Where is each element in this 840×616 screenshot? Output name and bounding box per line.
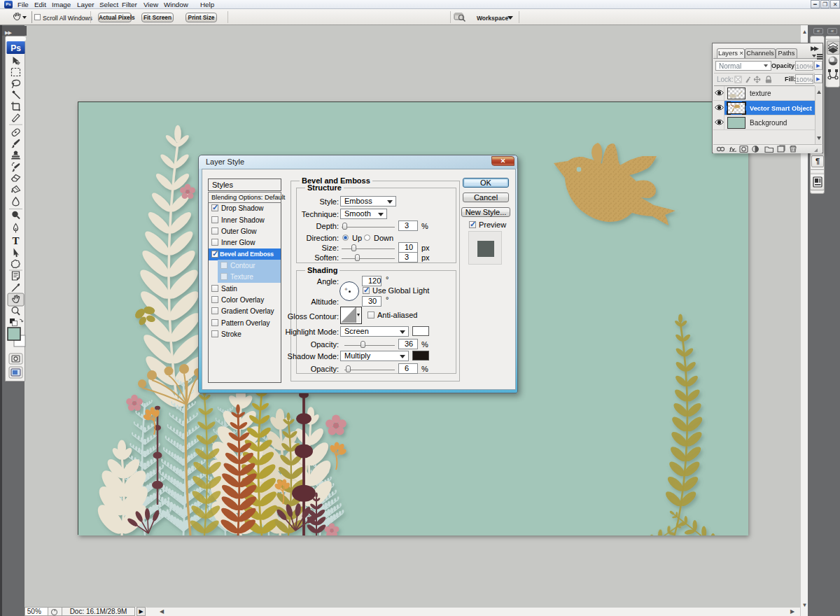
svg-text:Ps: Ps: [10, 43, 21, 53]
svg-text:fx.: fx.: [729, 146, 737, 153]
svg-text:T: T: [12, 235, 19, 246]
